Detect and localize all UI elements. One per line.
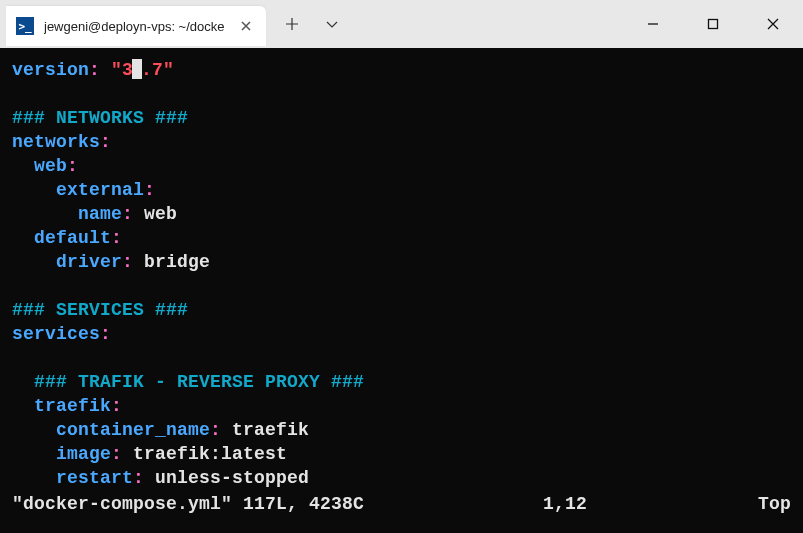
colon-token: : bbox=[133, 468, 144, 488]
code-line: networks: bbox=[12, 130, 791, 154]
code-line: traefik: bbox=[12, 394, 791, 418]
code-line bbox=[12, 274, 791, 298]
code-line: version: "3.7" bbox=[12, 58, 791, 82]
comment-token: ### TRAFIK - REVERSE PROXY ### bbox=[34, 372, 364, 392]
plain-token: traefik bbox=[221, 420, 309, 440]
comment-token: ### SERVICES ### bbox=[12, 300, 188, 320]
colon-token: : bbox=[144, 180, 155, 200]
tab-title: jewgeni@deployn-vps: ~/docke bbox=[44, 19, 228, 34]
colon-token: : bbox=[67, 156, 78, 176]
status-filename: "docker-compose.yml" 117L, 4238C bbox=[12, 492, 364, 516]
code-line: external: bbox=[12, 178, 791, 202]
code-line: default: bbox=[12, 226, 791, 250]
comment-token: ### NETWORKS ### bbox=[12, 108, 188, 128]
vim-status-line: "docker-compose.yml" 117L, 4238C 1,12 To… bbox=[12, 492, 791, 516]
code-line: ### TRAFIK - REVERSE PROXY ### bbox=[12, 370, 791, 394]
key-token: version bbox=[12, 60, 89, 80]
colon-token: : bbox=[111, 396, 122, 416]
key-token: services bbox=[12, 324, 100, 344]
plain-token bbox=[100, 60, 111, 80]
colon-token: : bbox=[111, 228, 122, 248]
code-line: restart: unless-stopped bbox=[12, 466, 791, 490]
new-tab-button[interactable] bbox=[272, 0, 312, 48]
colon-token: : bbox=[122, 252, 133, 272]
code-line: services: bbox=[12, 322, 791, 346]
string-token: "3 bbox=[111, 60, 133, 80]
colon-token: : bbox=[111, 444, 122, 464]
key-token: web bbox=[34, 156, 67, 176]
colon-token: : bbox=[210, 420, 221, 440]
tab-actions bbox=[272, 0, 352, 48]
code-line: ### SERVICES ### bbox=[12, 298, 791, 322]
key-token: networks bbox=[12, 132, 100, 152]
code-line: container_name: traefik bbox=[12, 418, 791, 442]
string-token: .7" bbox=[141, 60, 174, 80]
status-scroll: Top bbox=[758, 492, 791, 516]
code-line bbox=[12, 82, 791, 106]
colon-token: : bbox=[89, 60, 100, 80]
code-line: driver: bridge bbox=[12, 250, 791, 274]
editor-content: version: "3.7"### NETWORKS ###networks: … bbox=[12, 58, 791, 490]
colon-token: : bbox=[122, 204, 133, 224]
plain-token: unless-stopped bbox=[144, 468, 309, 488]
plain-token: web bbox=[133, 204, 177, 224]
terminal-tab[interactable]: >_ jewgeni@deployn-vps: ~/docke bbox=[6, 6, 266, 46]
editor-cursor bbox=[132, 59, 142, 79]
plain-token: bridge bbox=[133, 252, 210, 272]
key-token: external bbox=[56, 180, 144, 200]
window-controls bbox=[623, 0, 803, 48]
powershell-icon: >_ bbox=[16, 17, 34, 35]
tab-dropdown-button[interactable] bbox=[312, 0, 352, 48]
code-line: name: web bbox=[12, 202, 791, 226]
key-token: container_name bbox=[56, 420, 210, 440]
colon-token: : bbox=[100, 132, 111, 152]
code-line: ### NETWORKS ### bbox=[12, 106, 791, 130]
close-window-button[interactable] bbox=[743, 0, 803, 48]
terminal-viewport[interactable]: version: "3.7"### NETWORKS ###networks: … bbox=[0, 48, 803, 533]
colon-token: : bbox=[100, 324, 111, 344]
key-token: name bbox=[78, 204, 122, 224]
minimize-button[interactable] bbox=[623, 0, 683, 48]
key-token: traefik bbox=[34, 396, 111, 416]
code-line bbox=[12, 346, 791, 370]
plain-token: traefik:latest bbox=[122, 444, 287, 464]
status-cursorpos: 1,12 bbox=[543, 492, 587, 516]
code-line: web: bbox=[12, 154, 791, 178]
key-token: driver bbox=[56, 252, 122, 272]
tab-close-button[interactable] bbox=[238, 18, 254, 34]
key-token: default bbox=[34, 228, 111, 248]
title-bar: >_ jewgeni@deployn-vps: ~/docke bbox=[0, 0, 803, 48]
svg-rect-0 bbox=[709, 20, 718, 29]
maximize-button[interactable] bbox=[683, 0, 743, 48]
key-token: image bbox=[56, 444, 111, 464]
code-line: image: traefik:latest bbox=[12, 442, 791, 466]
key-token: restart bbox=[56, 468, 133, 488]
